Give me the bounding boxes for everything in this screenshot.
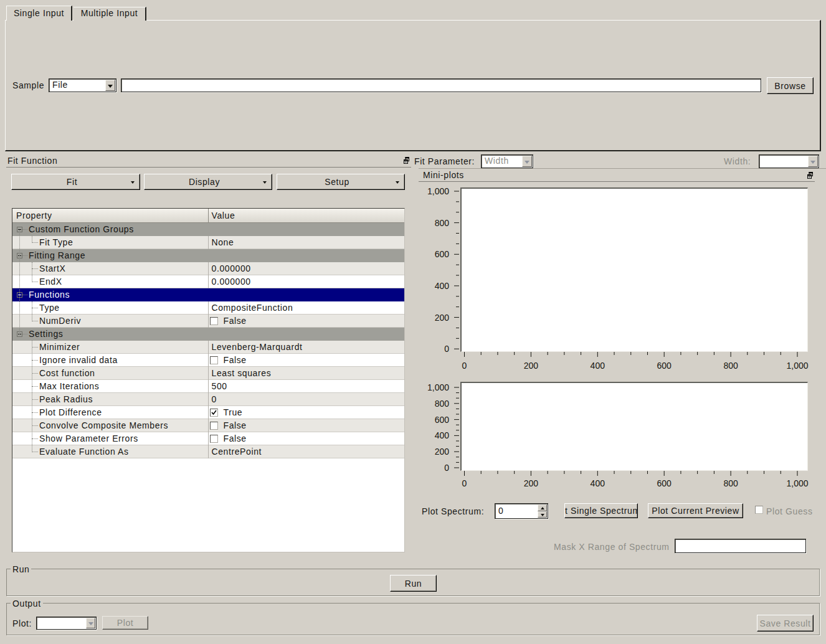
svg-text:400: 400 xyxy=(435,430,450,440)
svg-text:200: 200 xyxy=(435,313,450,323)
svg-text:200: 200 xyxy=(435,447,450,457)
svg-text:0: 0 xyxy=(462,478,467,488)
svg-text:1,000: 1,000 xyxy=(427,382,449,392)
svg-text:1,000: 1,000 xyxy=(427,186,449,196)
svg-text:600: 600 xyxy=(435,415,450,425)
svg-text:0: 0 xyxy=(462,361,467,371)
svg-text:600: 600 xyxy=(657,361,672,371)
svg-text:200: 200 xyxy=(524,361,539,371)
svg-text:200: 200 xyxy=(524,478,539,488)
svg-text:600: 600 xyxy=(435,249,450,259)
svg-text:400: 400 xyxy=(435,281,450,291)
svg-text:1,000: 1,000 xyxy=(786,478,808,488)
svg-text:800: 800 xyxy=(723,478,738,488)
svg-text:400: 400 xyxy=(591,361,605,371)
svg-text:1,000: 1,000 xyxy=(786,361,808,371)
svg-text:800: 800 xyxy=(435,399,450,409)
svg-text:600: 600 xyxy=(657,478,672,488)
svg-text:0: 0 xyxy=(444,463,449,473)
svg-text:400: 400 xyxy=(591,478,605,488)
svg-text:0: 0 xyxy=(444,344,449,354)
svg-text:800: 800 xyxy=(435,218,450,228)
svg-text:800: 800 xyxy=(723,361,738,371)
